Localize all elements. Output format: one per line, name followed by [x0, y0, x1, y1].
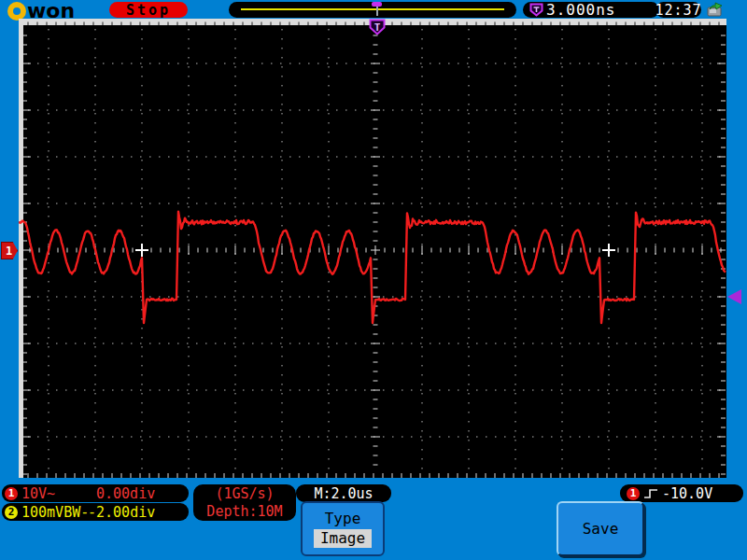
- scope-display: T: [19, 19, 726, 478]
- channel-1-scale: 10V~: [21, 485, 55, 502]
- trigger-position-pin-cap[interactable]: [372, 2, 382, 7]
- trigger-time-readout: 3.000ns: [523, 2, 659, 18]
- channel-1-offset: 0.00div: [96, 485, 155, 502]
- clock-value: 12:37: [655, 2, 701, 19]
- trigger-level-arrow[interactable]: [727, 289, 741, 304]
- save-button[interactable]: Save: [557, 501, 644, 556]
- trigger-t-icon: [529, 3, 543, 17]
- channel-2-scale: 100mVBW-: [21, 504, 89, 521]
- save-button-label: Save: [583, 520, 619, 538]
- scope-background: [19, 19, 726, 478]
- save-type-value: Image: [314, 529, 372, 548]
- run-state-badge: Stop: [109, 2, 188, 18]
- run-state-label: Stop: [126, 2, 171, 19]
- channel-1-position-label: 1: [6, 245, 12, 258]
- clock: 12:37: [655, 2, 701, 18]
- trigger-position-marker-label: T: [374, 21, 381, 34]
- logo-ring-icon: [7, 2, 26, 21]
- acquisition-status: (1GS/s) Depth:10M: [193, 484, 296, 521]
- channel-2-status: 2 100mVBW- -2.00div: [2, 503, 189, 521]
- channel-2-offset: -2.00div: [88, 504, 155, 521]
- trigger-time-value: 3.000ns: [546, 1, 615, 19]
- oscilloscope-screen: won Stop 3.000ns 12:37 T 1 1 10V~ 0.00di…: [0, 0, 747, 560]
- save-type-label: Type: [325, 510, 361, 527]
- save-type-button[interactable]: Type Image: [301, 501, 385, 556]
- left-ruler: [19, 25, 23, 478]
- timebase-status: M:2.0us: [296, 484, 391, 502]
- channel-1-status: 1 10V~ 0.00div: [2, 484, 189, 502]
- trigger-source-badge: 1: [627, 487, 640, 500]
- record-span-line: [241, 8, 504, 10]
- logo-text: won: [27, 2, 75, 21]
- memory-depth: Depth:10M: [206, 503, 282, 521]
- rising-edge-icon: [643, 487, 659, 500]
- sample-rate: (1GS/s): [215, 485, 274, 503]
- usb-storage-icon: [704, 2, 725, 18]
- trigger-level-value: -10.0V: [662, 485, 712, 502]
- horizontal-position-bar[interactable]: [229, 2, 516, 18]
- channel-1-badge: 1: [5, 487, 18, 500]
- channel-2-badge: 2: [5, 506, 18, 519]
- trigger-status: 1 -10.0V: [620, 484, 743, 502]
- timebase-value: M:2.0us: [314, 485, 373, 502]
- channel-1-position-marker[interactable]: 1: [1, 242, 18, 259]
